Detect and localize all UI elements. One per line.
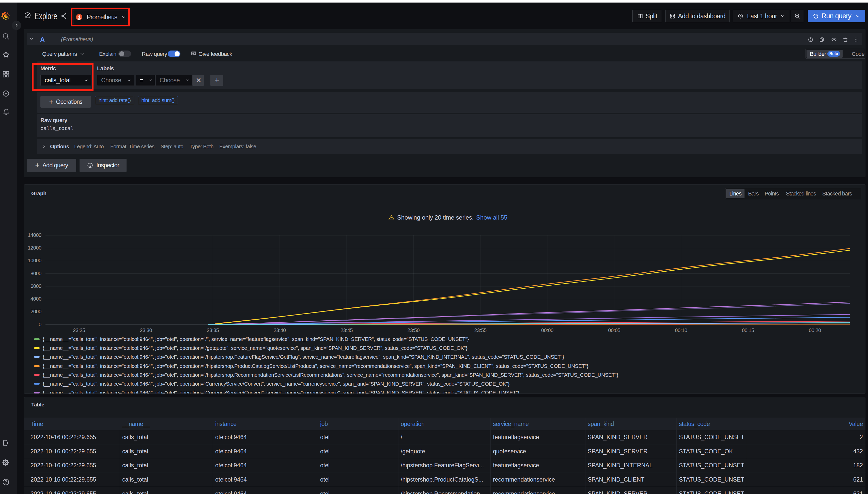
svg-text:23:35: 23:35: [206, 327, 219, 333]
svg-text:6000: 6000: [31, 283, 41, 289]
svg-text:00:05: 00:05: [608, 327, 620, 333]
svg-text:00:10: 00:10: [675, 327, 687, 333]
svg-text:23:55: 23:55: [474, 327, 487, 333]
svg-text:23:45: 23:45: [341, 327, 353, 333]
svg-text:14000: 14000: [28, 232, 41, 238]
svg-text:00:20: 00:20: [809, 327, 821, 333]
svg-text:2000: 2000: [31, 309, 41, 314]
svg-text:00:15: 00:15: [742, 327, 754, 333]
svg-text:23:25: 23:25: [73, 327, 85, 333]
svg-text:4000: 4000: [31, 296, 41, 302]
svg-text:23:30: 23:30: [140, 327, 152, 333]
svg-text:0: 0: [39, 322, 41, 327]
svg-text:10000: 10000: [28, 258, 41, 263]
svg-text:8000: 8000: [31, 271, 41, 276]
svg-text:23:50: 23:50: [407, 327, 419, 333]
svg-text:00:00: 00:00: [541, 327, 554, 333]
svg-text:23:40: 23:40: [274, 327, 286, 333]
svg-text:12000: 12000: [28, 245, 41, 250]
